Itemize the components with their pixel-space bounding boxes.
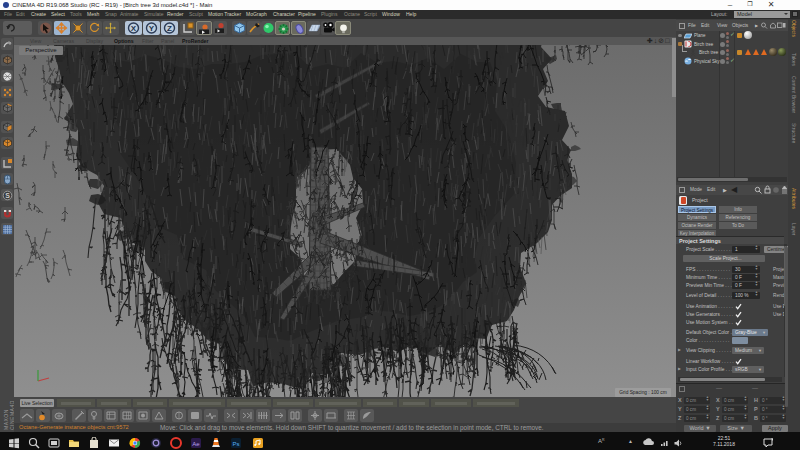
svg-text:Z: Z xyxy=(167,24,172,33)
svg-text:Ps: Ps xyxy=(232,441,239,447)
svg-text:Y: Y xyxy=(149,24,155,33)
svg-text:S: S xyxy=(5,192,10,199)
svg-text:X: X xyxy=(131,24,137,33)
svg-text:Ae: Ae xyxy=(192,441,200,447)
